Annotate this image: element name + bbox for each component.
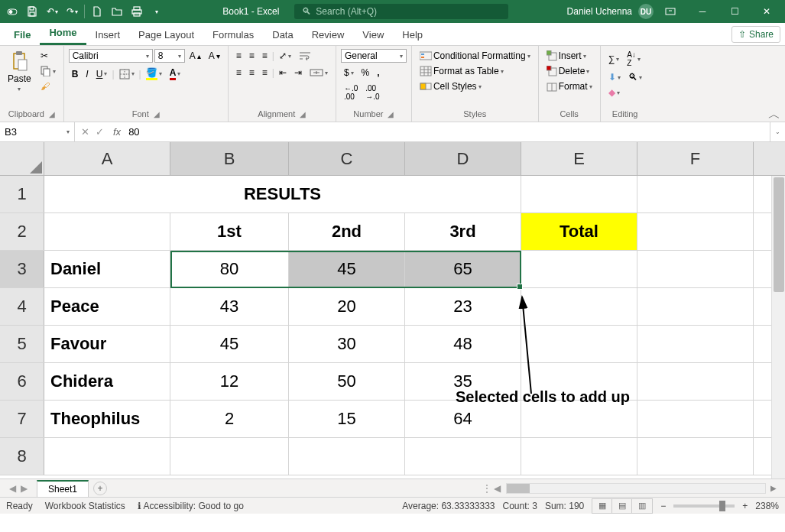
cell-C6[interactable]: 50	[289, 363, 405, 400]
tab-data[interactable]: Data	[263, 24, 302, 45]
cell-A8[interactable]	[44, 438, 170, 475]
format-painter-button[interactable]: 🖌	[37, 79, 59, 93]
close-button[interactable]: ✕	[751, 1, 782, 22]
expand-formula-bar[interactable]: ⌄	[770, 122, 785, 141]
formula-input[interactable]: 80	[124, 126, 770, 138]
cell-D8[interactable]	[405, 438, 521, 475]
tab-help[interactable]: Help	[393, 24, 432, 45]
underline-button[interactable]: U▾	[93, 67, 111, 81]
zoom-out-button[interactable]: −	[660, 501, 666, 511]
tab-view[interactable]: View	[353, 24, 393, 45]
insert-cells-button[interactable]: Insert▾	[543, 49, 589, 63]
copy-button[interactable]: ▾	[37, 64, 59, 78]
merge-center-button[interactable]: ▾	[307, 66, 331, 79]
cell-B3[interactable]: 80	[170, 251, 289, 287]
row-header-5[interactable]: 5	[0, 326, 44, 362]
cell-F2[interactable]	[637, 213, 754, 250]
status-workbook-stats[interactable]: Workbook Statistics	[45, 501, 125, 511]
cell-F4[interactable]	[637, 288, 754, 325]
minimize-button[interactable]: ─	[687, 1, 718, 22]
font-color-button[interactable]: A▾	[167, 66, 184, 82]
tab-formulas[interactable]: Formulas	[203, 24, 263, 45]
sheet-nav-next[interactable]: ▶	[21, 483, 28, 494]
horizontal-scrollbar[interactable]	[506, 483, 766, 494]
bold-button[interactable]: B	[69, 67, 82, 81]
tab-file[interactable]: File	[5, 24, 40, 45]
cancel-formula-button[interactable]: ✕	[81, 126, 89, 138]
cell-E1[interactable]	[521, 176, 637, 212]
search-box[interactable]: 🔍︎ Search (Alt+Q)	[294, 4, 508, 19]
comma-button[interactable]: ,	[374, 66, 382, 79]
increase-font-button[interactable]: A▴	[187, 49, 204, 63]
cell-F7[interactable]	[637, 401, 754, 437]
col-header-E[interactable]: E	[521, 142, 637, 175]
cell-D7[interactable]: 64	[405, 401, 521, 437]
qat-print[interactable]	[128, 2, 146, 21]
clipboard-dialog-launcher[interactable]: ◢	[49, 110, 55, 118]
cell-E6[interactable]	[521, 363, 637, 400]
orientation-button[interactable]: ⤢▾	[276, 49, 294, 63]
cell-C3[interactable]: 45	[289, 251, 405, 287]
cell-B5[interactable]: 45	[170, 326, 289, 362]
cell-A7[interactable]: Theophilus	[44, 401, 170, 437]
align-top-button[interactable]: ≡	[233, 49, 245, 63]
vertical-scrollbar[interactable]	[771, 176, 785, 478]
fill-color-button[interactable]: 🪣▾	[143, 66, 165, 82]
sheet-tab-1[interactable]: Sheet1	[37, 480, 89, 497]
hscroll-right[interactable]: ▶	[767, 484, 780, 492]
number-format-combo[interactable]: General▾	[341, 49, 407, 63]
redo-button[interactable]: ↷▾	[63, 2, 81, 21]
cell-E7[interactable]	[521, 401, 637, 437]
cell-D3[interactable]: 65	[405, 251, 521, 287]
conditional-formatting-button[interactable]: Conditional Formatting▾	[417, 49, 534, 63]
row-header-4[interactable]: 4	[0, 288, 44, 325]
cell-C5[interactable]: 30	[289, 326, 405, 362]
zoom-level[interactable]: 238%	[755, 501, 779, 511]
enter-formula-button[interactable]: ✓	[96, 126, 104, 138]
tab-review[interactable]: Review	[303, 24, 354, 45]
cell-A3[interactable]: Daniel	[44, 251, 170, 287]
cell-styles-button[interactable]: Cell Styles▾	[417, 79, 485, 93]
collapse-ribbon-button[interactable]: ︿	[768, 107, 780, 123]
font-size-combo[interactable]: 8▾	[154, 49, 185, 63]
row-header-3[interactable]: 3	[0, 251, 44, 287]
fx-icon[interactable]: fx	[110, 126, 124, 138]
cell-D6[interactable]: 35	[405, 363, 521, 400]
delete-cells-button[interactable]: Delete▾	[543, 64, 593, 78]
zoom-slider[interactable]	[673, 504, 735, 508]
align-center-button[interactable]: ≡	[246, 66, 258, 79]
user-name[interactable]: Daniel Uchenna	[563, 6, 637, 17]
increase-decimal-button[interactable]: ←.0.00	[341, 83, 361, 102]
share-button[interactable]: ⇧Share	[731, 26, 780, 43]
normal-view-button[interactable]: ▦	[592, 499, 612, 513]
decrease-decimal-button[interactable]: .00→.0	[362, 83, 382, 102]
select-all-corner[interactable]	[0, 142, 44, 175]
number-dialog-launcher[interactable]: ◢	[388, 110, 394, 118]
cell-E2[interactable]: Total	[521, 213, 637, 250]
col-header-A[interactable]: A	[44, 142, 170, 175]
save-button[interactable]	[23, 2, 41, 21]
tab-insert[interactable]: Insert	[86, 24, 130, 45]
row-header-6[interactable]: 6	[0, 363, 44, 400]
col-header-F[interactable]: F	[637, 142, 754, 175]
tab-home[interactable]: Home	[40, 22, 86, 45]
borders-button[interactable]: ▾	[116, 67, 138, 81]
user-avatar[interactable]: DU	[638, 4, 654, 19]
name-box[interactable]: B3▾	[0, 122, 75, 141]
cell-B2[interactable]: 1st	[170, 213, 289, 250]
increase-indent-button[interactable]: ⇥	[291, 66, 305, 79]
cell-F8[interactable]	[637, 438, 754, 475]
cell-B7[interactable]: 2	[170, 401, 289, 437]
qat-new-file[interactable]	[88, 2, 106, 21]
cell-B8[interactable]	[170, 438, 289, 475]
col-header-C[interactable]: C	[289, 142, 405, 175]
col-header-D[interactable]: D	[405, 142, 521, 175]
cell-B6[interactable]: 12	[170, 363, 289, 400]
tab-page-layout[interactable]: Page Layout	[129, 24, 203, 45]
cell-C4[interactable]: 20	[289, 288, 405, 325]
grid[interactable]: A B C D E F 1 RESULTS 2 1st 2nd 3rd Tota…	[0, 142, 785, 478]
cut-button[interactable]: ✂	[37, 49, 59, 63]
align-right-button[interactable]: ≡	[259, 66, 271, 79]
align-left-button[interactable]: ≡	[233, 66, 245, 79]
cell-B4[interactable]: 43	[170, 288, 289, 325]
